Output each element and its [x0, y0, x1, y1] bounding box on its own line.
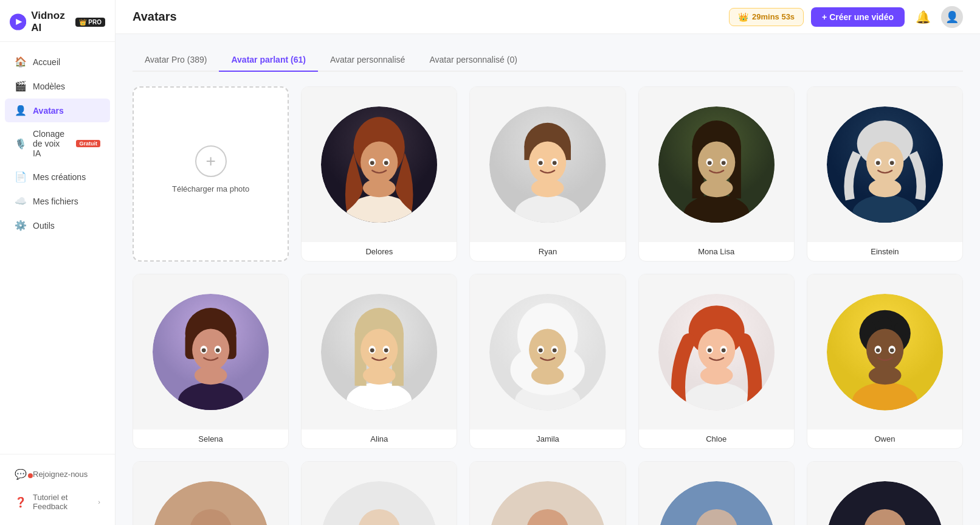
sidebar-item-accueil[interactable]: 🏠 Accueil [5, 50, 110, 74]
avatar-tabs: Avatar Pro (389)Avatar parlant (61)Avata… [133, 49, 963, 72]
avatar-card-wonderwoman[interactable] [807, 461, 963, 525]
svg-point-22 [531, 179, 564, 198]
sidebar-item-mes-fichiers[interactable]: ☁️ Mes fichiers [5, 189, 110, 213]
avatar-illus-jamila [470, 274, 625, 429]
clonage-icon: 🎙️ [15, 138, 27, 150]
avatar-face-delores [321, 106, 437, 223]
avatar-grid: + Télécharger ma photo Del [133, 86, 963, 525]
avatar-card-einstein[interactable]: Einstein [807, 86, 963, 262]
svg-point-29 [698, 141, 735, 183]
avatar-card-jamila[interactable]: Jamila [469, 274, 626, 449]
svg-point-79 [531, 366, 564, 385]
avatar-face-row3c [489, 481, 606, 525]
mes-creations-icon: 📄 [15, 171, 27, 183]
tab-avatar-personnalise-0[interactable]: Avatar personnalisé (0) [417, 49, 529, 72]
tab-avatar-pro[interactable]: Avatar Pro (389) [133, 49, 219, 72]
tab-avatar-personnalise[interactable]: Avatar personnalisé [318, 49, 417, 72]
svg-point-21 [553, 161, 557, 165]
avatar-face-superman [658, 481, 775, 525]
avatar-image-chloe [639, 274, 794, 429]
avatar-card-ryan[interactable]: Ryan [469, 86, 626, 262]
avatar-face-owen [827, 294, 943, 410]
timer-label: 29mins 53s [752, 12, 795, 21]
notification-button[interactable]: 🔔 [912, 6, 934, 28]
pro-badge: 👑 PRO [75, 18, 105, 27]
avatar-image-ryan [470, 87, 625, 242]
avatar-image-wonderwoman [807, 462, 962, 525]
avatar-illus-einstein [807, 87, 962, 242]
avatar-illus-owen [807, 274, 962, 429]
avatar-card-selena[interactable]: Selena [133, 274, 289, 449]
avatar-name-monalisa: Mona Lisa [639, 242, 794, 261]
sidebar-nav: 🏠 Accueil 🎬 Modèles 👤 Avatars 🎙️ Clonage… [0, 42, 115, 454]
avatar-illus-superman [639, 462, 794, 525]
svg-point-100 [875, 348, 880, 352]
avatar-image-jamila [470, 274, 625, 429]
avatar-image-row3c [470, 462, 625, 525]
avatar-card-alina[interactable]: Alina [301, 274, 457, 449]
timer-button[interactable]: 👑 29mins 53s [729, 8, 804, 26]
avatar-name-chloe: Chloe [639, 429, 794, 448]
accueil-icon: 🏠 [15, 56, 27, 68]
sidebar-label-tutoriel: Tutoriel et Feedback [33, 493, 92, 511]
svg-point-10 [384, 161, 388, 165]
sidebar-item-avatars[interactable]: 👤 Avatars [5, 99, 110, 122]
avatar-illus-delores [302, 87, 457, 242]
avatar-card-chloe[interactable]: Chloe [638, 274, 795, 449]
bell-icon: 🔔 [916, 10, 931, 24]
avatar-card-delores[interactable]: Delores [301, 86, 457, 262]
svg-point-87 [707, 348, 711, 352]
svg-point-88 [721, 348, 725, 352]
sidebar-label-outils: Outils [33, 221, 55, 231]
content-area: Avatar Pro (389)Avatar parlant (61)Avata… [116, 34, 980, 525]
logo-icon [10, 12, 26, 32]
sidebar-item-modeles[interactable]: 🎬 Modèles [5, 74, 110, 98]
avatar-image-row3a [133, 462, 288, 525]
avatar-illus-alina [302, 274, 457, 429]
avatar-face-row3b [321, 481, 437, 525]
avatar-face-selena [153, 294, 269, 410]
sidebar-item-outils[interactable]: ⚙️ Outils [5, 214, 110, 237]
avatar-illus-ryan [470, 87, 625, 242]
gratuit-badge: Gratuit [76, 140, 100, 147]
avatar-image-owen [807, 274, 962, 429]
avatar-name-selena: Selena [133, 429, 288, 448]
avatar-image-alina [302, 274, 457, 429]
avatar-face-ryan [489, 106, 606, 223]
sidebar-label-rejoignez-nous: Rejoignez-nous [33, 470, 88, 479]
avatar-image-monalisa [639, 87, 794, 242]
sidebar-label-mes-fichiers: Mes fichiers [33, 196, 78, 206]
avatar-card-superman[interactable] [638, 461, 795, 525]
avatar-illus-selena [133, 274, 288, 429]
svg-point-78 [553, 348, 557, 352]
topbar-actions: 👑 29mins 53s + Créer une vidéo 🔔 👤 [729, 6, 963, 28]
sidebar-item-clonage[interactable]: 🎙️ Clonage de voix IA Gratuit [5, 123, 110, 164]
svg-point-67 [384, 348, 388, 352]
avatar-card-owen[interactable]: Owen [807, 274, 963, 449]
svg-point-101 [889, 348, 894, 352]
sidebar-item-rejoignez-nous[interactable]: 💬 Rejoignez-nous [5, 462, 110, 486]
svg-point-43 [875, 161, 880, 165]
avatar-card-row3b[interactable] [301, 461, 457, 525]
upload-card[interactable]: + Télécharger ma photo [133, 86, 289, 262]
avatar-card-row3a[interactable] [133, 461, 289, 525]
svg-point-17 [529, 141, 566, 183]
avatar-illus-row3b [302, 462, 457, 525]
tab-avatar-parlant[interactable]: Avatar parlant (61) [219, 49, 317, 72]
svg-point-56 [195, 366, 227, 385]
avatar-name-owen: Owen [807, 429, 962, 448]
avatar-face-wonderwoman [827, 481, 943, 525]
upload-plus-icon: + [195, 145, 227, 177]
svg-point-20 [539, 161, 543, 165]
avatar-card-monalisa[interactable]: Mona Lisa [638, 86, 795, 262]
create-video-button[interactable]: + Créer une vidéo [811, 7, 905, 27]
avatar-face-row3a [153, 481, 269, 525]
avatar-illus-row3a [133, 462, 288, 525]
user-avatar[interactable]: 👤 [941, 6, 963, 28]
avatar-card-row3c[interactable] [469, 461, 626, 525]
sidebar-item-mes-creations[interactable]: 📄 Mes créations [5, 165, 110, 189]
avatar-face-chloe [658, 294, 775, 410]
svg-point-55 [216, 348, 220, 352]
sidebar-item-tutoriel[interactable]: ❓ Tutoriel et Feedback › [5, 487, 110, 517]
avatar-name-jamila: Jamila [470, 429, 625, 448]
